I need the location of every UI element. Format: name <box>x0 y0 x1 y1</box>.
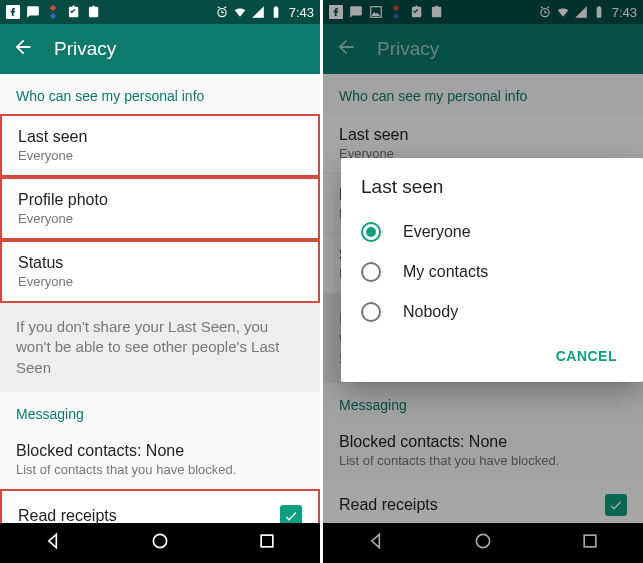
setting-last-seen[interactable]: Last seen Everyone <box>0 114 320 177</box>
battery-icon <box>269 5 283 19</box>
alarm-icon <box>215 5 229 19</box>
setting-value: Everyone <box>18 211 302 226</box>
radio-selected-icon <box>361 222 381 242</box>
content: Who can see my personal info Last seen E… <box>0 74 320 523</box>
radio-unselected-icon <box>361 302 381 322</box>
svg-point-4 <box>153 534 166 547</box>
setting-title: Last seen <box>18 128 302 146</box>
radio-option-everyone[interactable]: Everyone <box>361 212 623 252</box>
radio-label: My contacts <box>403 263 488 281</box>
statusbar: 7:43 <box>0 0 320 24</box>
back-button[interactable] <box>12 36 34 62</box>
radio-option-my-contacts[interactable]: My contacts <box>361 252 623 292</box>
setting-title: Read receipts <box>18 507 280 523</box>
setting-subtitle: List of contacts that you have blocked. <box>16 462 304 477</box>
nav-recent-icon[interactable] <box>257 531 277 555</box>
setting-value: Everyone <box>18 274 302 289</box>
cancel-button[interactable]: CANCEL <box>550 340 623 372</box>
dialog-title: Last seen <box>361 176 623 198</box>
message-icon <box>26 5 40 19</box>
screen-left: 7:43 Privacy Who can see my personal inf… <box>0 0 320 563</box>
radio-unselected-icon <box>361 262 381 282</box>
signal-icon <box>251 5 265 19</box>
setting-title: Blocked contacts: None <box>16 442 304 460</box>
facebook-icon <box>6 5 20 19</box>
dominos-icon <box>46 5 60 19</box>
setting-title: Status <box>18 254 302 272</box>
setting-blocked-contacts[interactable]: Blocked contacts: None List of contacts … <box>0 432 320 489</box>
svg-rect-2 <box>50 13 57 19</box>
wifi-icon <box>233 5 247 19</box>
navbar <box>0 523 320 563</box>
section-personal-info: Who can see my personal info <box>0 74 320 114</box>
screen-right: 7:43 Privacy Who can see my personal inf… <box>323 0 643 563</box>
page-title: Privacy <box>54 38 116 60</box>
setting-status[interactable]: Status Everyone <box>0 240 320 303</box>
nav-home-icon[interactable] <box>150 531 170 555</box>
radio-label: Everyone <box>403 223 471 241</box>
setting-read-receipts[interactable]: Read receipts <box>0 489 320 523</box>
last-seen-dialog: Last seen Everyone My contacts Nobody CA… <box>341 158 643 382</box>
appbar: Privacy <box>0 24 320 74</box>
setting-value: Everyone <box>18 148 302 163</box>
svg-rect-1 <box>50 5 57 11</box>
checkbox-checked-icon[interactable] <box>280 505 302 523</box>
svg-rect-5 <box>261 535 273 547</box>
status-time: 7:43 <box>287 5 314 20</box>
nav-back-icon[interactable] <box>43 531 63 555</box>
radio-option-nobody[interactable]: Nobody <box>361 292 623 332</box>
setting-profile-photo[interactable]: Profile photo Everyone <box>0 177 320 240</box>
section-messaging: Messaging <box>0 392 320 432</box>
last-seen-note: If you don't share your Last Seen, you w… <box>0 303 320 392</box>
setting-title: Profile photo <box>18 191 302 209</box>
assignment-done-icon <box>66 5 80 19</box>
radio-label: Nobody <box>403 303 458 321</box>
assignment-icon <box>86 5 100 19</box>
